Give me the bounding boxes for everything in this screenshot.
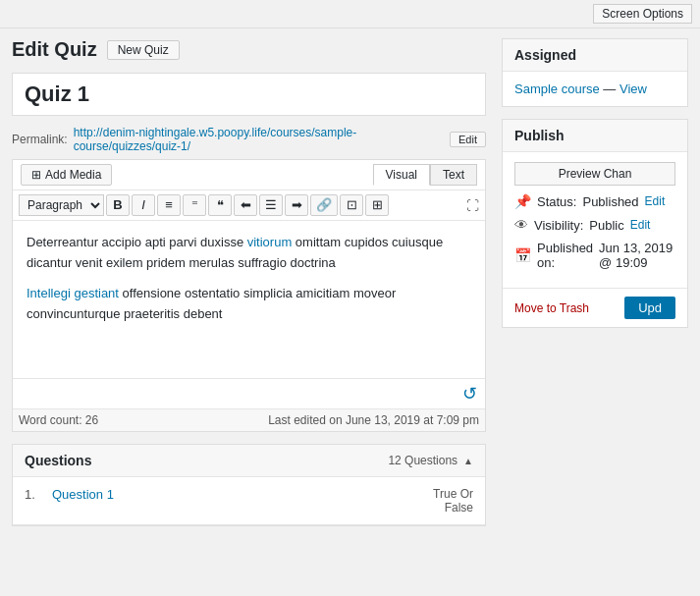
p1-link: vitiorum: [247, 235, 293, 249]
link-button[interactable]: 🔗: [310, 194, 338, 216]
add-media-button[interactable]: ⊞ Add Media: [21, 164, 112, 186]
page-title-row: Edit Quiz New Quiz: [12, 38, 486, 61]
collapse-icon[interactable]: ▲: [463, 456, 473, 466]
editor-content[interactable]: Deterreantur accipio apti parvi duxisse …: [13, 221, 485, 378]
publish-date-row: 📅 Published on: Jun 13, 2019 @ 19:09: [514, 241, 675, 270]
publish-actions: Move to Trash Upd: [503, 288, 687, 327]
published-label: Published on:: [537, 241, 593, 270]
assigned-box: Assigned Sample course — View: [502, 38, 688, 107]
add-media-label: Add Media: [45, 168, 101, 182]
extra2-button[interactable]: ⊞: [365, 194, 389, 216]
word-count-bar: Word count: 26 Last edited on June 13, 2…: [13, 408, 485, 431]
quiz-title-input[interactable]: [25, 81, 473, 107]
main-layout: Edit Quiz New Quiz Permalink: http://den…: [0, 28, 700, 536]
question-number: 1.: [25, 487, 44, 502]
left-column: Edit Quiz New Quiz Permalink: http://den…: [12, 38, 486, 526]
editor-footer: ↺: [13, 378, 485, 408]
published-value: Jun 13, 2019 @ 19:09: [599, 241, 675, 270]
status-label: Status:: [537, 194, 576, 209]
editor-container: ⊞ Add Media Visual Text Paragraph B I ≡ …: [12, 159, 486, 432]
tab-visual[interactable]: Visual: [373, 164, 430, 186]
p1-text1: Deterreantur accipio apti parvi duxisse: [27, 235, 247, 249]
bold-button[interactable]: B: [106, 194, 130, 216]
extra1-button[interactable]: ⊡: [340, 194, 363, 216]
add-media-icon: ⊞: [31, 168, 41, 182]
visibility-icon: 👁: [514, 217, 528, 233]
assigned-content: Sample course — View: [503, 72, 687, 106]
format-toolbar: Paragraph B I ≡ ⁼ ❝ ⬅ ☰ ➡ 🔗 ⊡ ⊞ ⛶: [13, 190, 485, 221]
ordered-list-button[interactable]: ⁼: [183, 194, 206, 216]
assigned-title: Assigned: [503, 39, 687, 72]
publish-content: Preview Chan 📌 Status: Published Edit 👁 …: [503, 152, 687, 288]
visibility-label: Visibility:: [534, 218, 583, 233]
status-icon: 📌: [514, 193, 531, 209]
update-button[interactable]: Upd: [624, 297, 675, 319]
permalink-label: Permalink:: [12, 133, 68, 146]
calendar-icon: 📅: [514, 247, 531, 263]
status-edit-link[interactable]: Edit: [645, 194, 666, 208]
last-edited: Last edited on June 13, 2019 at 7:09 pm: [268, 413, 479, 427]
assigned-view-link[interactable]: View: [619, 81, 647, 96]
questions-section: Questions 12 Questions ▲ 1. Question 1 T…: [12, 444, 486, 526]
publish-title: Publish: [503, 120, 687, 152]
align-center-button[interactable]: ☰: [259, 194, 283, 216]
editor-toolbar-top: ⊞ Add Media Visual Text: [13, 160, 485, 190]
question-type-line2: False: [433, 501, 473, 515]
permalink-row: Permalink: http://denim-nightingale.w5.p…: [12, 126, 486, 153]
editor-tabs: Visual Text: [373, 164, 477, 186]
align-left-button[interactable]: ⬅: [234, 194, 257, 216]
table-row: 1. Question 1 True Or False: [13, 477, 485, 525]
refresh-button[interactable]: ↺: [462, 383, 477, 405]
right-column: Assigned Sample course — View Publish Pr…: [502, 38, 688, 526]
blockquote-button[interactable]: ❝: [208, 194, 232, 216]
publish-status-row: 📌 Status: Published Edit: [514, 193, 675, 209]
question-type-line1: True Or: [433, 487, 473, 501]
unordered-list-button[interactable]: ≡: [157, 194, 181, 216]
questions-title: Questions: [25, 453, 91, 468]
italic-button[interactable]: I: [132, 194, 155, 216]
questions-count: 12 Questions: [388, 454, 458, 467]
preview-changes-button[interactable]: Preview Chan: [514, 162, 675, 186]
questions-count-row: 12 Questions ▲: [388, 454, 473, 467]
question-type: True Or False: [433, 487, 473, 515]
publish-box: Publish Preview Chan 📌 Status: Published…: [502, 119, 688, 328]
assigned-dash: —: [603, 81, 616, 96]
p2-link: Intellegi gestiant: [27, 286, 119, 300]
paragraph-select[interactable]: Paragraph: [19, 194, 104, 216]
align-right-button[interactable]: ➡: [285, 194, 308, 216]
visibility-edit-link[interactable]: Edit: [630, 218, 651, 232]
page-title: Edit Quiz: [12, 38, 97, 61]
new-quiz-button[interactable]: New Quiz: [107, 40, 180, 60]
screen-options-button[interactable]: Screen Options: [593, 4, 692, 24]
word-count: Word count: 26: [19, 413, 98, 427]
visibility-value: Public: [589, 218, 623, 233]
permalink-edit-button[interactable]: Edit: [450, 132, 486, 147]
top-bar: Screen Options: [0, 0, 700, 28]
question-label[interactable]: Question 1: [52, 487, 425, 502]
fullscreen-button[interactable]: ⛶: [466, 198, 479, 213]
move-to-trash-link[interactable]: Move to Trash: [514, 301, 589, 315]
quiz-title-box: [12, 73, 486, 116]
publish-visibility-row: 👁 Visibility: Public Edit: [514, 217, 675, 233]
permalink-link[interactable]: http://denim-nightingale.w5.poopy.life/c…: [74, 126, 444, 153]
tab-text[interactable]: Text: [430, 164, 477, 186]
status-value: Published: [582, 194, 638, 209]
assigned-course-link[interactable]: Sample course: [514, 81, 600, 96]
questions-header: Questions 12 Questions ▲: [13, 445, 485, 477]
